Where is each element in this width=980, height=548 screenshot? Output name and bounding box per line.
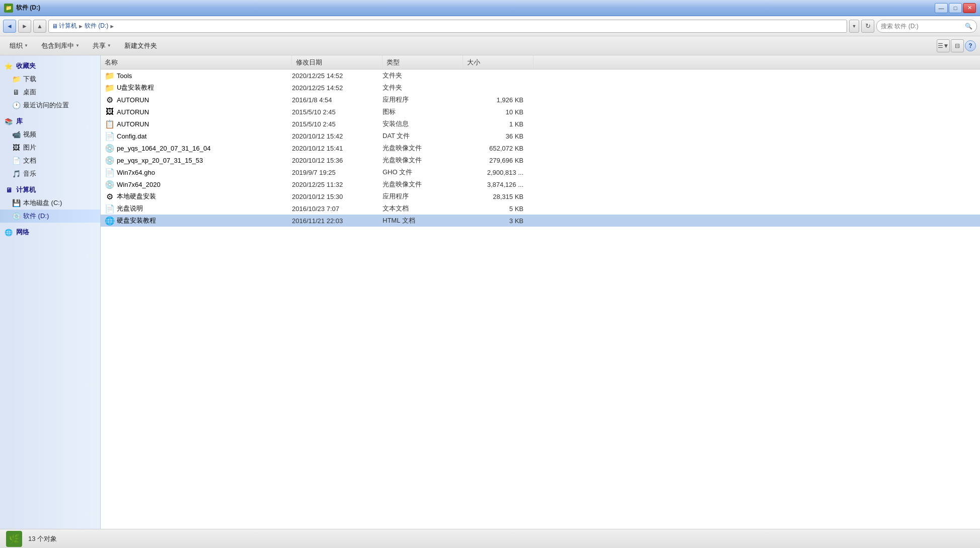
file-name: 光盘说明 bbox=[117, 204, 288, 213]
file-name: AUTORUN bbox=[117, 96, 288, 104]
file-name: Win7x64.gho bbox=[117, 169, 288, 176]
add-to-library-arrow: ▼ bbox=[76, 43, 80, 48]
table-row[interactable]: 🖼 AUTORUN 2015/5/10 2:45 图标 10 KB bbox=[101, 106, 980, 118]
file-icon: 📄 bbox=[105, 131, 115, 141]
file-type: GHO 文件 bbox=[379, 168, 459, 177]
table-row[interactable]: 📄 Win7x64.gho 2019/9/7 19:25 GHO 文件 2,90… bbox=[101, 166, 980, 178]
add-to-library-button[interactable]: 包含到库中 ▼ bbox=[36, 39, 85, 53]
breadcrumb-computer[interactable]: 🖥 计算机 bbox=[52, 22, 77, 30]
table-row[interactable]: 🌐 硬盘安装教程 2016/11/21 22:03 HTML 文档 3 KB bbox=[101, 215, 980, 227]
file-name: U盘安装教程 bbox=[117, 83, 288, 92]
library-section: 📚 库 📹 视频 🖼 图片 📄 文档 🎵 音乐 bbox=[0, 115, 100, 180]
app-icon: 📁 bbox=[4, 4, 13, 13]
file-icon: 🌐 bbox=[105, 216, 115, 226]
sidebar-item-pictures[interactable]: 🖼 图片 bbox=[0, 141, 100, 154]
sidebar-item-drive-d[interactable]: 💿 软件 (D:) bbox=[0, 210, 100, 223]
computer-section: 🖥 计算机 💾 本地磁盘 (C:) 💿 软件 (D:) bbox=[0, 183, 100, 223]
file-size: 3 KB bbox=[459, 217, 530, 225]
forward-button[interactable]: ► bbox=[18, 20, 31, 33]
favorites-section: ⭐ 收藏夹 📁 下载 🖥 桌面 🕐 最近访问的位置 bbox=[0, 59, 100, 112]
table-row[interactable]: 💿 pe_yqs_1064_20_07_31_16_04 2020/10/12 … bbox=[101, 142, 980, 154]
organize-button[interactable]: 组织 ▼ bbox=[4, 39, 34, 53]
file-icon: ⚙ bbox=[105, 191, 115, 201]
file-type: HTML 文档 bbox=[379, 216, 459, 225]
file-icon: 💿 bbox=[105, 155, 115, 165]
file-date: 2019/9/7 19:25 bbox=[288, 169, 379, 176]
table-row[interactable]: ⚙ 本地硬盘安装 2020/10/12 15:30 应用程序 28,315 KB bbox=[101, 190, 980, 202]
breadcrumb-drive-d[interactable]: 软件 (D:) bbox=[85, 22, 108, 30]
breadcrumb-sep-2: ► bbox=[109, 23, 115, 29]
up-button[interactable]: ▲ bbox=[33, 20, 46, 33]
file-size: 5 KB bbox=[459, 205, 530, 213]
table-row[interactable]: 💿 pe_yqs_xp_20_07_31_15_53 2020/10/12 15… bbox=[101, 154, 980, 166]
address-dropdown[interactable]: ▼ bbox=[849, 20, 859, 33]
column-header: 名称 修改日期 类型 大小 bbox=[101, 55, 980, 70]
table-row[interactable]: 📄 光盘说明 2016/10/23 7:07 文本文档 5 KB bbox=[101, 202, 980, 215]
new-folder-button[interactable]: 新建文件夹 bbox=[119, 39, 163, 53]
title-bar: 📁 软件 (D:) — □ ✕ bbox=[0, 0, 980, 16]
library-header[interactable]: 📚 库 bbox=[0, 115, 100, 128]
main-layout: ⭐ 收藏夹 📁 下载 🖥 桌面 🕐 最近访问的位置 📚 库 bbox=[0, 55, 980, 529]
preview-pane-button[interactable]: ⊟ bbox=[951, 39, 964, 52]
file-size: 2,900,813 ... bbox=[459, 169, 530, 176]
download-icon: 📁 bbox=[12, 75, 20, 83]
table-row[interactable]: ⚙ AUTORUN 2016/1/8 4:54 应用程序 1,926 KB bbox=[101, 94, 980, 106]
minimize-button[interactable]: — bbox=[935, 3, 948, 13]
desktop-icon: 🖥 bbox=[12, 88, 20, 96]
file-name: Config.dat bbox=[117, 132, 288, 140]
help-button[interactable]: ? bbox=[965, 40, 976, 51]
favorites-header[interactable]: ⭐ 收藏夹 bbox=[0, 59, 100, 73]
column-name-header[interactable]: 名称 bbox=[101, 55, 292, 69]
sidebar-item-recent[interactable]: 🕐 最近访问的位置 bbox=[0, 99, 100, 112]
column-date-header[interactable]: 修改日期 bbox=[292, 55, 383, 69]
table-row[interactable]: 📄 Config.dat 2020/10/12 15:42 DAT 文件 36 … bbox=[101, 130, 980, 142]
table-row[interactable]: 📋 AUTORUN 2015/5/10 2:45 安装信息 1 KB bbox=[101, 118, 980, 130]
sidebar-item-desktop[interactable]: 🖥 桌面 bbox=[0, 86, 100, 99]
view-dropdown-button[interactable]: ☰▼ bbox=[937, 39, 950, 52]
maximize-button[interactable]: □ bbox=[949, 3, 962, 13]
file-name: pe_yqs_1064_20_07_31_16_04 bbox=[117, 145, 288, 152]
view-controls: ☰▼ ⊟ ? bbox=[937, 39, 976, 52]
status-app-icon: 🌿 bbox=[6, 531, 22, 547]
organize-arrow: ▼ bbox=[24, 43, 28, 48]
recent-icon: 🕐 bbox=[12, 101, 20, 109]
close-button[interactable]: ✕ bbox=[963, 3, 976, 13]
table-row[interactable]: 📁 Tools 2020/12/25 14:52 文件夹 bbox=[101, 70, 980, 82]
file-date: 2020/10/12 15:36 bbox=[288, 157, 379, 164]
status-bar: 🌿 13 个对象 bbox=[0, 529, 980, 548]
sidebar-item-drive-c[interactable]: 💾 本地磁盘 (C:) bbox=[0, 196, 100, 210]
computer-header[interactable]: 🖥 计算机 bbox=[0, 183, 100, 196]
file-size: 1,926 KB bbox=[459, 96, 530, 104]
file-date: 2016/11/21 22:03 bbox=[288, 217, 379, 225]
table-row[interactable]: 📁 U盘安装教程 2020/12/25 14:52 文件夹 bbox=[101, 82, 980, 94]
drive-d-icon: 💿 bbox=[12, 212, 20, 220]
network-header[interactable]: 🌐 网络 bbox=[0, 226, 100, 239]
search-input[interactable] bbox=[881, 23, 962, 30]
sidebar-item-music[interactable]: 🎵 音乐 bbox=[0, 167, 100, 180]
breadcrumb: 🖥 计算机 ► 软件 (D:) ► bbox=[48, 20, 847, 33]
file-icon: 📁 bbox=[105, 83, 115, 93]
file-list: 📁 Tools 2020/12/25 14:52 文件夹 📁 U盘安装教程 20… bbox=[101, 70, 980, 529]
file-size: 36 KB bbox=[459, 132, 530, 140]
search-icon[interactable]: 🔍 bbox=[964, 22, 972, 30]
share-button[interactable]: 共享 ▼ bbox=[87, 39, 117, 53]
file-name: pe_yqs_xp_20_07_31_15_53 bbox=[117, 157, 288, 164]
column-type-header[interactable]: 类型 bbox=[383, 55, 463, 69]
file-name: Win7x64_2020 bbox=[117, 181, 288, 188]
file-type: 光盘映像文件 bbox=[379, 180, 459, 189]
file-size: 652,072 KB bbox=[459, 145, 530, 152]
drive-c-icon: 💾 bbox=[12, 199, 20, 207]
sidebar-item-documents[interactable]: 📄 文档 bbox=[0, 154, 100, 167]
file-size: 28,315 KB bbox=[459, 193, 530, 200]
back-button[interactable]: ◄ bbox=[3, 20, 16, 33]
computer-icon: 🖥 bbox=[4, 185, 13, 194]
refresh-button[interactable]: ↻ bbox=[861, 20, 874, 33]
sidebar-item-video[interactable]: 📹 视频 bbox=[0, 128, 100, 141]
file-icon: 💿 bbox=[105, 179, 115, 189]
file-name: 本地硬盘安装 bbox=[117, 192, 288, 201]
file-type: 光盘映像文件 bbox=[379, 156, 459, 165]
file-icon: 📋 bbox=[105, 119, 115, 129]
table-row[interactable]: 💿 Win7x64_2020 2020/12/25 11:32 光盘映像文件 3… bbox=[101, 178, 980, 190]
sidebar-item-download[interactable]: 📁 下载 bbox=[0, 73, 100, 86]
column-size-header[interactable]: 大小 bbox=[463, 55, 534, 69]
